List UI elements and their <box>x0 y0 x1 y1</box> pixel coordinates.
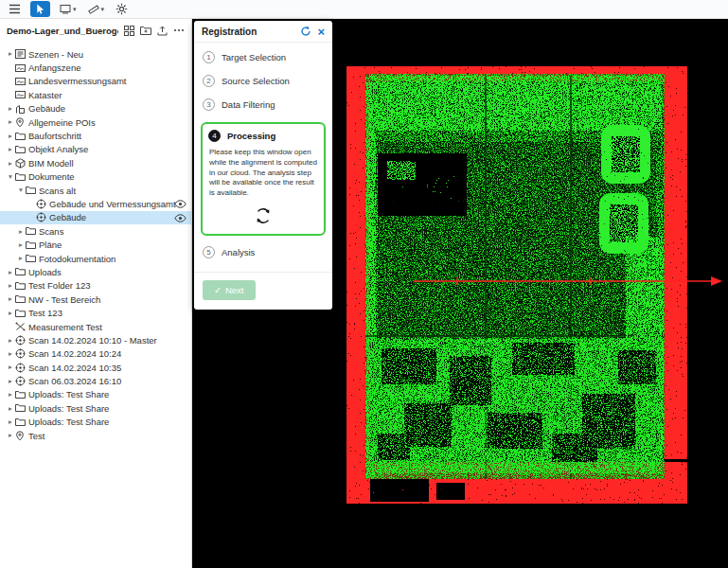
step-number: 1 <box>203 51 215 63</box>
chevron-right-icon[interactable]: ▸ <box>16 255 26 262</box>
tree-item-label: Scans <box>39 226 79 237</box>
tree-item-label: Scan 06.03.2024 16:10 <box>28 376 136 386</box>
tree-item-22[interactable]: ▸Scan 14.02.2024 10:24 <box>0 347 191 361</box>
step-label: Source Selection <box>222 76 290 86</box>
hamburger-menu-icon[interactable] <box>7 2 23 17</box>
chevron-right-icon[interactable]: ▸ <box>16 228 26 236</box>
more-options-icon[interactable] <box>173 28 185 32</box>
tree-item-12[interactable]: Gebäude <box>0 211 191 224</box>
chevron-right-icon[interactable]: ▸ <box>6 337 15 345</box>
grid-view-icon[interactable] <box>124 26 134 36</box>
chevron-right-icon[interactable]: ▸ <box>6 364 15 371</box>
chevron-right-icon[interactable]: ▸ <box>6 391 15 399</box>
chevron-down-icon[interactable]: ▾ <box>16 186 26 194</box>
tree-item-label: Szenen - Neu <box>28 49 98 60</box>
chevron-right-icon[interactable]: ▸ <box>6 118 15 126</box>
tree-item-8[interactable]: ▸BIM Modell <box>0 156 191 169</box>
tree-item-1[interactable]: Anfangszene <box>0 61 191 74</box>
scan-icon <box>15 363 28 373</box>
folder-icon <box>15 309 28 318</box>
tree-item-15[interactable]: ▸Fotodokumentation <box>0 252 191 265</box>
tree-item-17[interactable]: ▸Test Folder 123 <box>0 279 191 293</box>
tree-item-label: Scan 14.02.2024 10:10 - Master <box>28 335 172 346</box>
step-source-selection[interactable]: 2 Source Selection <box>203 75 324 87</box>
settings-gear-icon[interactable] <box>114 2 130 17</box>
tree-item-4[interactable]: ▸Gebäude <box>0 102 191 115</box>
step-processing[interactable]: 4 Processing <box>208 130 318 142</box>
tree-item-6[interactable]: ▸Baufortschritt <box>0 129 191 142</box>
registration-panel: Registration × 1 Target Selection 2 Sour… <box>194 21 332 310</box>
tree-item-label: Scan 14.02.2024 10:24 <box>28 348 136 359</box>
tree-item-16[interactable]: ▸Uploads <box>0 265 191 278</box>
tree-item-25[interactable]: ▸Uploads: Test Share <box>0 388 191 401</box>
refresh-icon[interactable] <box>300 26 311 37</box>
tree-item-label: Test <box>28 431 60 441</box>
visibility-eye-icon[interactable] <box>174 200 186 208</box>
tree-item-label: Kataster <box>28 90 77 100</box>
tree-item-13[interactable]: ▸Scans <box>0 224 191 238</box>
chevron-right-icon[interactable]: ▸ <box>6 160 15 168</box>
step-target-selection[interactable]: 1 Target Selection <box>203 51 324 63</box>
tree-item-label: Dokumente <box>28 171 90 182</box>
chevron-right-icon[interactable]: ▸ <box>6 418 15 426</box>
chevron-right-icon[interactable]: ▸ <box>6 310 15 317</box>
chevron-down-icon[interactable]: ▾ <box>6 173 15 181</box>
visibility-eye-icon[interactable] <box>174 214 186 222</box>
folder-icon <box>15 403 28 413</box>
tree-item-2[interactable]: Landesvermessungsamt <box>0 75 191 88</box>
chevron-right-icon[interactable]: ▸ <box>6 146 15 153</box>
tree-item-0[interactable]: ▸Szenen - Neu <box>0 47 191 61</box>
tree-item-3[interactable]: Kataster <box>0 88 191 101</box>
measure-tools-dropdown[interactable]: ▾ <box>86 2 107 17</box>
chevron-right-icon[interactable]: ▸ <box>6 295 15 303</box>
tree-item-20[interactable]: Measurement Test <box>0 320 191 333</box>
folder-icon <box>26 240 39 250</box>
chevron-right-icon[interactable]: ▸ <box>6 378 15 385</box>
chevron-right-icon[interactable]: ▸ <box>6 432 15 439</box>
add-folder-icon[interactable] <box>140 26 151 35</box>
scan-icon <box>15 335 28 346</box>
building-icon <box>15 104 28 114</box>
next-button[interactable]: ✓ Next <box>203 280 256 300</box>
tree-item-24[interactable]: ▸Scan 06.03.2024 16:10 <box>0 374 191 387</box>
chevron-right-icon[interactable]: ▸ <box>16 241 26 249</box>
folder-icon <box>15 145 28 154</box>
folder-icon <box>15 267 28 276</box>
step-analysis[interactable]: 5 Analysis <box>203 246 324 258</box>
cube-icon <box>15 158 28 169</box>
slide-icon <box>15 90 28 99</box>
chevron-right-icon[interactable]: ▸ <box>6 269 15 276</box>
measure-icon <box>15 322 28 331</box>
tree-item-7[interactable]: ▸Objekt Analyse <box>0 143 191 156</box>
chevron-right-icon[interactable]: ▸ <box>6 133 15 140</box>
folder-icon <box>15 172 28 182</box>
tree-item-27[interactable]: ▸Uploads: Test Share <box>0 416 191 429</box>
scenes-layers-dropdown[interactable]: ▾ <box>58 2 79 17</box>
tree-item-18[interactable]: ▸NW - Test Bereich <box>0 293 191 306</box>
tree-item-10[interactable]: ▾Scans alt <box>0 184 191 197</box>
chevron-right-icon[interactable]: ▸ <box>6 50 15 58</box>
cursor-select-tool-button[interactable] <box>30 1 50 17</box>
tree-item-21[interactable]: ▸Scan 14.02.2024 10:10 - Master <box>0 333 191 346</box>
chevron-right-icon[interactable]: ▸ <box>6 105 15 113</box>
tree-item-28[interactable]: ▸Test <box>0 429 191 442</box>
tree-item-5[interactable]: ▸Allgemeine POIs <box>0 115 191 129</box>
chevron-right-icon[interactable]: ▸ <box>6 350 15 358</box>
close-icon[interactable]: × <box>317 26 325 38</box>
tree-item-label: Uploads: Test Share <box>28 389 124 399</box>
tree-item-23[interactable]: ▸Scan 14.02.2024 10:35 <box>0 361 191 374</box>
chevron-right-icon[interactable]: ▸ <box>6 405 15 413</box>
list-icon <box>15 49 28 59</box>
top-toolbar: ▾ ▾ <box>0 0 728 19</box>
tree-item-19[interactable]: ▸Test 123 <box>0 306 191 319</box>
tree-item-14[interactable]: ▸Pläne <box>0 238 191 251</box>
upload-icon[interactable] <box>157 26 168 36</box>
tree-item-11[interactable]: Gebäude und Vermessungsamt <box>0 197 191 210</box>
tree-item-9[interactable]: ▾Dokumente <box>0 170 191 184</box>
aligned-scan-green <box>365 74 665 479</box>
step-data-filtering[interactable]: 3 Data Filtering <box>203 98 324 111</box>
tree-item-label: Measurement Test <box>28 322 117 332</box>
folder-icon <box>15 281 28 291</box>
tree-item-26[interactable]: ▸Uploads: Test Share <box>0 401 191 415</box>
chevron-right-icon[interactable]: ▸ <box>6 282 15 290</box>
